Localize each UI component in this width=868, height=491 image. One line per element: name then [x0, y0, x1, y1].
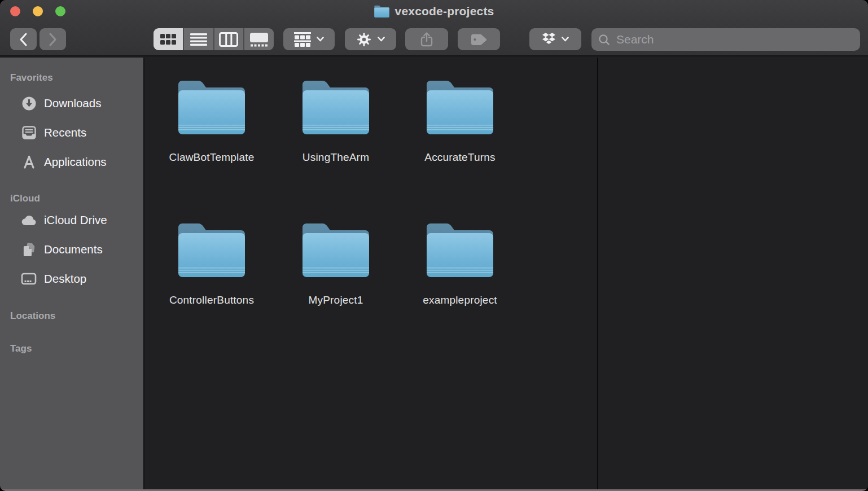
folder-name: ControllerButtons [169, 294, 254, 306]
gear-icon [356, 32, 372, 47]
sidebar: Favorites Downloads Recents [0, 58, 144, 489]
folder-name: UsingTheArm [303, 151, 369, 164]
titlebar: vexcode-projects [0, 0, 868, 23]
icon-view-button[interactable] [154, 28, 183, 50]
tag-button[interactable] [458, 28, 500, 50]
sidebar-item-documents[interactable]: Documents [0, 235, 143, 264]
folder-item[interactable]: exampleproject [398, 222, 522, 365]
column-view-button[interactable] [214, 28, 244, 50]
finder-window: vexcode-projects [0, 0, 868, 491]
recents-icon [21, 125, 37, 141]
chevron-down-icon [378, 37, 385, 42]
gallery-view-icon [249, 32, 269, 47]
dropbox-icon [542, 33, 556, 46]
sidebar-item-label: iCloud Drive [44, 213, 107, 227]
sidebar-item-recents[interactable]: Recents [0, 118, 143, 147]
applications-icon [21, 155, 37, 170]
folder-icon [178, 222, 245, 277]
folder-icon [178, 79, 245, 134]
chevron-down-icon [317, 37, 324, 42]
folder-item[interactable]: ClawBotTemplate [150, 79, 274, 222]
cloud-icon [21, 213, 37, 228]
dropbox-menu-button[interactable] [529, 28, 581, 50]
list-view-button[interactable] [184, 28, 213, 50]
window-chrome: vexcode-projects [0, 0, 868, 56]
folder-name: exampleproject [423, 294, 497, 306]
sidebar-item-icloud-drive[interactable]: iCloud Drive [0, 205, 143, 235]
grid-view-icon [160, 33, 177, 46]
sidebar-item-label: Downloads [44, 97, 101, 110]
sidebar-header-icloud: iCloud [0, 192, 143, 205]
downloads-icon [21, 96, 37, 111]
folder-item[interactable]: AccurateTurns [398, 79, 522, 222]
share-button[interactable] [405, 28, 448, 50]
chevron-left-icon [19, 33, 28, 46]
sidebar-item-downloads[interactable]: Downloads [0, 89, 143, 118]
tag-icon [471, 33, 488, 46]
action-menu-button[interactable] [345, 28, 396, 50]
folder-icon [427, 222, 493, 277]
folder-item[interactable]: ControllerButtons [150, 222, 274, 365]
sidebar-item-desktop[interactable]: Desktop [0, 264, 143, 293]
search-input[interactable] [615, 32, 853, 47]
group-by-button[interactable] [283, 28, 335, 50]
gallery-view-button[interactable] [244, 28, 274, 50]
search-field[interactable] [591, 28, 860, 51]
group-icon [294, 32, 311, 47]
preview-pane-divider[interactable] [597, 58, 598, 489]
share-icon [419, 32, 434, 47]
window-title: vexcode-projects [395, 5, 494, 18]
folder-icon [303, 222, 369, 277]
list-view-icon [190, 33, 207, 46]
folder-item[interactable]: MyProject1 [274, 222, 398, 365]
folder-grid: ClawBotTemplate UsingTheArm AccurateTurn… [150, 79, 522, 365]
search-icon [598, 34, 610, 46]
desktop-icon [21, 271, 37, 287]
folder-icon [427, 79, 493, 134]
sidebar-item-label: Documents [44, 243, 103, 256]
folder-icon [303, 79, 369, 134]
sidebar-item-label: Recents [44, 126, 86, 139]
folder-name: MyProject1 [308, 294, 363, 306]
folder-name: ClawBotTemplate [169, 151, 255, 164]
folder-content-pane: ClawBotTemplate UsingTheArm AccurateTurn… [146, 58, 868, 489]
folder-name: AccurateTurns [424, 151, 495, 164]
back-button[interactable] [10, 28, 37, 50]
title-folder-icon [374, 5, 389, 17]
folder-item[interactable]: UsingTheArm [274, 79, 398, 222]
sidebar-item-label: Applications [44, 155, 107, 169]
documents-icon [21, 242, 37, 257]
sidebar-item-label: Desktop [44, 272, 86, 286]
sidebar-header-favorites: Favorites [0, 71, 143, 85]
forward-button[interactable] [40, 28, 66, 50]
sidebar-header-tags: Tags [0, 342, 143, 356]
sidebar-header-locations: Locations [0, 309, 143, 323]
view-mode-switcher [154, 28, 274, 50]
chevron-right-icon [49, 33, 57, 46]
sidebar-item-applications[interactable]: Applications [0, 147, 143, 177]
column-view-icon [219, 32, 238, 47]
chevron-down-icon [562, 37, 569, 42]
